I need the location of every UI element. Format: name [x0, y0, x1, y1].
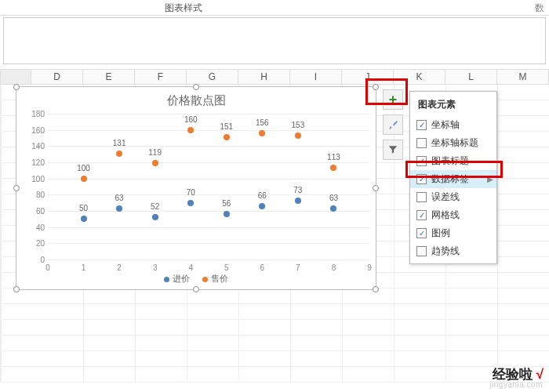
legend-marker-orange: [202, 277, 208, 282]
checkbox[interactable]: [416, 138, 427, 148]
legend-label: 进价: [173, 274, 190, 283]
data-label: 119: [148, 148, 162, 157]
col-header[interactable]: K: [394, 69, 445, 85]
x-tick-label: 5: [224, 263, 229, 272]
gridline: [48, 130, 369, 131]
ribbon-group-label: 图表样式: [165, 2, 202, 15]
legend-entry[interactable]: 进价: [164, 273, 190, 285]
data-point[interactable]: [224, 134, 230, 140]
x-tick-label: 2: [117, 263, 122, 272]
col-header[interactable]: H: [238, 69, 290, 85]
resize-handle[interactable]: [13, 185, 20, 191]
x-tick-label: 3: [153, 263, 158, 272]
resize-handle[interactable]: [373, 185, 379, 191]
resize-handle[interactable]: [373, 84, 379, 90]
checkbox[interactable]: ✓: [416, 156, 427, 166]
y-tick-label: 40: [24, 223, 45, 231]
resize-handle[interactable]: [193, 286, 199, 292]
data-point[interactable]: [152, 214, 158, 220]
flyout-item[interactable]: 误差线: [410, 188, 496, 206]
checkbox[interactable]: ✓: [416, 174, 427, 184]
flyout-item-label: 图例: [431, 227, 450, 240]
x-tick-label: 8: [332, 263, 336, 272]
checkbox[interactable]: ✓: [416, 210, 427, 220]
col-header[interactable]: F: [135, 69, 187, 85]
gridline: [48, 162, 369, 163]
flyout-item[interactable]: ✓坐标轴: [410, 116, 496, 134]
gridline: [48, 146, 369, 147]
y-tick-label: 140: [24, 142, 45, 151]
data-point[interactable]: [81, 216, 87, 222]
x-tick-label: 4: [188, 263, 193, 272]
checkbox[interactable]: ✓: [416, 228, 427, 238]
chart-styles-button[interactable]: [383, 114, 403, 135]
x-tick-label: 1: [82, 263, 86, 272]
data-point[interactable]: [330, 165, 336, 171]
col-header[interactable]: I: [290, 69, 342, 85]
x-tick-label: 6: [260, 263, 265, 272]
data-label: 113: [327, 153, 340, 162]
data-label: 56: [222, 199, 231, 208]
chart-filters-button[interactable]: [383, 140, 403, 160]
resize-handle[interactable]: [373, 286, 379, 292]
data-point[interactable]: [187, 200, 194, 206]
submenu-arrow-icon: ▶: [487, 175, 493, 183]
flyout-item[interactable]: ✓图表标题: [410, 152, 496, 170]
data-point[interactable]: [259, 130, 265, 136]
data-point[interactable]: [187, 127, 194, 133]
col-header[interactable]: M: [497, 69, 549, 85]
chart-legend[interactable]: 进价 售价: [16, 273, 376, 285]
col-header[interactable]: E: [83, 69, 135, 85]
col-header[interactable]: G: [187, 69, 238, 85]
data-point[interactable]: [152, 160, 158, 166]
flyout-item[interactable]: ✓网格线: [410, 206, 496, 224]
y-tick-label: 180: [24, 110, 45, 118]
chart-style-gallery[interactable]: [3, 17, 546, 64]
plot-area: 5063527056667363100131119160151156153113: [48, 114, 369, 260]
data-label: 73: [293, 186, 302, 194]
resize-handle[interactable]: [193, 84, 199, 90]
col-header[interactable]: D: [31, 69, 83, 85]
gridline: [48, 211, 369, 212]
data-point[interactable]: [116, 151, 122, 157]
flyout-item[interactable]: 坐标轴标题: [410, 134, 496, 152]
y-tick-label: 20: [24, 239, 45, 248]
y-tick-label: 120: [24, 158, 45, 167]
chart-elements-button[interactable]: +: [383, 89, 403, 110]
flyout-item-label: 趋势线: [431, 245, 460, 258]
data-point[interactable]: [116, 205, 122, 212]
x-tick-label: 0: [45, 263, 50, 272]
resize-handle[interactable]: [13, 286, 20, 292]
chart-title[interactable]: 价格散点图: [16, 87, 376, 111]
data-label: 52: [151, 202, 159, 211]
data-label: 151: [220, 122, 233, 131]
resize-handle[interactable]: [13, 84, 20, 90]
col-header[interactable]: L: [445, 69, 497, 85]
data-label: 153: [292, 121, 305, 129]
gridline: [48, 194, 369, 195]
watermark-url: jingyanla.com: [489, 381, 543, 389]
data-point[interactable]: [295, 198, 301, 204]
data-label: 156: [256, 118, 269, 127]
col-header-corner[interactable]: [0, 69, 31, 85]
checkbox[interactable]: [416, 246, 427, 256]
data-point[interactable]: [330, 205, 336, 212]
flyout-item[interactable]: ✓图例: [410, 224, 496, 242]
legend-entry[interactable]: 售价: [202, 273, 228, 285]
data-point[interactable]: [224, 211, 230, 217]
flyout-item-label: 坐标轴标题: [431, 136, 478, 150]
col-header[interactable]: J: [342, 69, 394, 85]
checkbox[interactable]: ✓: [416, 120, 427, 130]
data-point[interactable]: [259, 203, 265, 209]
embedded-chart[interactable]: 价格散点图 5063527056667363100131119160151156…: [16, 86, 376, 290]
flyout-item[interactable]: ✓数据标签▶: [410, 170, 496, 188]
y-tick-label: 100: [24, 174, 45, 183]
flyout-item-label: 坐标轴: [431, 118, 460, 132]
data-point[interactable]: [295, 132, 301, 139]
data-point[interactable]: [81, 176, 87, 182]
y-tick-label: 80: [24, 191, 45, 199]
checkbox[interactable]: [416, 192, 427, 202]
gridline: [48, 114, 369, 114]
data-label: 50: [79, 204, 88, 212]
flyout-item[interactable]: 趋势线: [410, 242, 496, 260]
